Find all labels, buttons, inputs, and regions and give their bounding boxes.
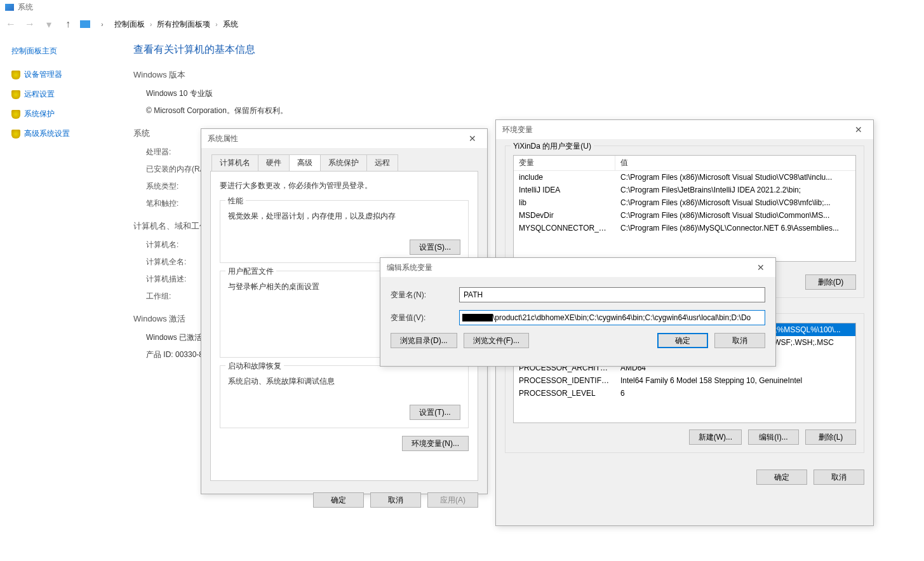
edit-sys-button[interactable]: 编辑(I)... [748, 429, 799, 445]
user-vars-table[interactable]: 变量 值 includeC:\Program Files (x86)\Micro… [513, 155, 856, 262]
table-row[interactable]: libC:\Program Files (x86)\Microsoft Visu… [514, 196, 855, 209]
group-profile: 用户配置文件 [225, 266, 276, 277]
tab-protection[interactable]: 系统保护 [320, 154, 367, 172]
activation-status: Windows 已激活 [146, 332, 202, 343]
col-value[interactable]: 值 [615, 156, 855, 170]
ok-button[interactable]: 确定 [313, 492, 364, 508]
label-processor: 处理器: [146, 147, 210, 158]
var-name-input[interactable] [459, 287, 765, 302]
sidebar-item-protection[interactable]: 系统保护 [11, 109, 114, 119]
apply-button[interactable]: 应用(A) [427, 492, 478, 508]
startup-settings-button[interactable]: 设置(T)... [410, 405, 460, 420]
bc-chevron-icon[interactable]: › [95, 17, 109, 31]
table-row[interactable]: MSDevDirC:\Program Files (x86)\Microsoft… [514, 209, 855, 222]
table-row[interactable]: PROCESSOR_LEVEL6 [514, 387, 855, 400]
cancel-button[interactable]: 取消 [714, 333, 765, 348]
perf-desc: 视觉效果，处理器计划，内存使用，以及虚拟内存 [228, 211, 460, 222]
startup-desc: 系统启动、系统故障和调试信息 [228, 376, 460, 387]
dialog-edit-sysvar: 编辑系统变量 ✕ 变量名(N): 变量值(V): \product\21c\db… [380, 257, 776, 367]
bc-system[interactable]: 系统 [223, 19, 238, 30]
up-button[interactable]: ↑ [61, 17, 75, 31]
tab-hardware[interactable]: 硬件 [258, 154, 290, 172]
label-system-type: 系统类型: [146, 181, 210, 192]
group-performance: 性能 [225, 196, 246, 206]
close-button[interactable]: ✕ [753, 262, 769, 273]
close-button[interactable]: ✕ [464, 133, 481, 144]
sidebar-item-advanced[interactable]: 高级系统设置 [11, 128, 114, 139]
table-row[interactable]: PROCESSOR_IDENTIFIERIntel64 Family 6 Mod… [514, 374, 855, 387]
val-segment: \product\21c\dbhomeXE\bin; [493, 313, 589, 322]
redacted-icon [462, 314, 493, 321]
label-pen-touch: 笔和触控: [146, 198, 210, 209]
var-value-input[interactable]: \product\21c\dbhomeXE\bin;C:\cygwin64\bi… [459, 310, 765, 325]
val-selected: C:\cygwin64\bin;C:\cygwin64\usr\local\bi… [589, 313, 731, 322]
shield-icon [11, 110, 20, 119]
system-icon [5, 4, 14, 11]
admin-note: 要进行大多数更改，你必须作为管理员登录。 [220, 180, 469, 191]
tab-remote[interactable]: 远程 [366, 154, 398, 172]
section-windows-version: Windows 版本 [133, 69, 288, 81]
perf-settings-button[interactable]: 设置(S)... [410, 240, 460, 255]
sidebar-home-link[interactable]: 控制面板主页 [11, 46, 114, 57]
shield-icon [11, 90, 20, 99]
shield-icon [11, 71, 20, 79]
dialog-title: 环境变量 [502, 125, 533, 135]
env-vars-button[interactable]: 环境变量(N)... [402, 436, 469, 451]
user-vars-group: YiXinDa 的用户变量(U) [511, 141, 594, 152]
chevron-right-icon: › [150, 21, 152, 28]
table-row[interactable]: MYSQLCONNECTOR_ASS...C:\Program Files (x… [514, 222, 855, 234]
label-description: 计算机描述: [146, 274, 210, 285]
breadcrumb: 控制面板 › 所有控制面板项 › 系统 [114, 19, 238, 30]
close-button[interactable]: ✕ [850, 125, 867, 135]
val-segment: D:\Do [732, 313, 751, 322]
cancel-button[interactable]: 取消 [370, 492, 421, 508]
ok-button[interactable]: 确定 [657, 333, 708, 348]
forward-button[interactable]: → [23, 17, 37, 31]
chevron-right-icon: › [215, 21, 217, 28]
group-startup: 启动和故障恢复 [225, 361, 284, 372]
copyright: © Microsoft Corporation。保留所有权利。 [146, 105, 288, 116]
table-row[interactable]: includeC:\Program Files (x86)\Microsoft … [514, 171, 855, 184]
new-sys-button[interactable]: 新建(W)... [689, 429, 742, 445]
label-workgroup: 工作组: [146, 291, 210, 302]
var-value-label: 变量值(V): [391, 313, 454, 323]
sidebar-item-label: 系统保护 [24, 109, 55, 119]
sidebar-item-remote[interactable]: 远程设置 [11, 89, 114, 100]
col-variable[interactable]: 变量 [514, 156, 615, 170]
tab-advanced[interactable]: 高级 [289, 154, 321, 172]
ok-button[interactable]: 确定 [756, 470, 807, 485]
delete-sys-button[interactable]: 删除(L) [805, 429, 856, 445]
table-row[interactable]: IntelliJ IDEAC:\Program Files\JetBrains\… [514, 184, 855, 196]
sidebar-item-device-manager[interactable]: 设备管理器 [11, 69, 114, 80]
sidebar-item-label: 远程设置 [24, 89, 55, 100]
bc-all-items[interactable]: 所有控制面板项 [157, 19, 210, 30]
dialog-title: 编辑系统变量 [387, 262, 432, 273]
shield-icon [11, 130, 20, 139]
browse-file-button[interactable]: 浏览文件(F)... [464, 333, 529, 348]
cancel-button[interactable]: 取消 [814, 470, 864, 485]
back-button[interactable]: ← [4, 17, 18, 31]
var-name-label: 变量名(N): [391, 290, 454, 301]
label-computer-name: 计算机名: [146, 240, 210, 250]
windows-version: Windows 10 专业版 [146, 88, 213, 99]
window-title: 系统 [18, 2, 33, 13]
sidebar-item-label: 设备管理器 [24, 69, 62, 80]
tab-computer-name[interactable]: 计算机名 [211, 154, 258, 172]
bc-control-panel[interactable]: 控制面板 [114, 19, 145, 30]
delete-user-button[interactable]: 删除(D) [805, 274, 856, 290]
browse-dir-button[interactable]: 浏览目录(D)... [391, 333, 457, 348]
product-id: 产品 ID: 00330-8 [146, 349, 203, 360]
dropdown-history[interactable]: ▾ [42, 17, 56, 31]
label-full-name: 计算机全名: [146, 257, 210, 267]
page-title: 查看有关计算机的基本信息 [133, 43, 288, 57]
sidebar-item-label: 高级系统设置 [24, 128, 70, 139]
dialog-title: 系统属性 [208, 133, 238, 144]
pc-icon [80, 20, 90, 28]
